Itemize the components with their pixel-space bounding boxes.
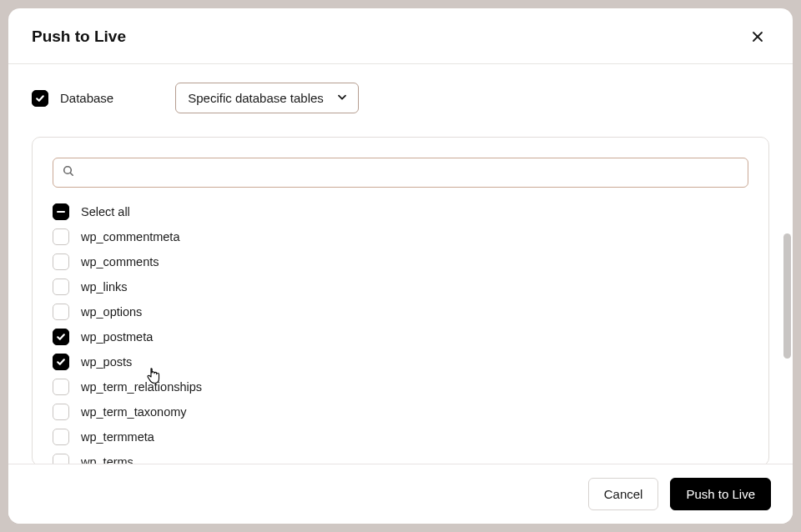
database-mode-value: Specific database tables	[188, 91, 324, 105]
table-name-label: wp_term_taxonomy	[81, 405, 187, 419]
table-checkbox[interactable]	[53, 404, 69, 420]
search-wrap	[53, 158, 748, 188]
table-checkbox[interactable]	[53, 454, 69, 464]
modal-title: Push to Live	[32, 28, 126, 46]
table-search-input[interactable]	[53, 158, 748, 188]
table-checkbox[interactable]	[53, 304, 69, 320]
scrollbar-thumb[interactable]	[783, 233, 791, 359]
table-row: wp_postmeta	[53, 324, 748, 349]
modal-footer: Cancel Push to Live	[8, 464, 793, 524]
table-row: wp_term_relationships	[53, 374, 748, 399]
check-icon	[56, 357, 66, 367]
table-row: wp_termmeta	[53, 424, 748, 449]
cancel-button[interactable]: Cancel	[588, 478, 659, 510]
table-row: wp_options	[53, 299, 748, 324]
table-row: wp_term_taxonomy	[53, 399, 748, 424]
database-mode-select[interactable]: Specific database tables	[175, 83, 359, 113]
table-checkbox[interactable]	[53, 279, 69, 295]
table-name-label: wp_terms	[81, 455, 134, 464]
database-label: Database	[60, 91, 113, 105]
tables-panel: Select all wp_commentmetawp_commentswp_l…	[32, 137, 769, 464]
check-icon	[35, 93, 45, 103]
modal-body: Database Specific database tables	[8, 64, 793, 464]
push-to-live-modal: Push to Live Database Specific database …	[8, 8, 793, 524]
table-checkbox[interactable]	[53, 354, 69, 370]
select-all-label: Select all	[81, 205, 130, 218]
table-name-label: wp_comments	[81, 255, 159, 269]
search-icon	[63, 165, 74, 180]
table-checkbox[interactable]	[53, 429, 69, 445]
chevron-down-icon	[336, 91, 348, 105]
table-checkbox[interactable]	[53, 253, 69, 270]
minus-icon	[57, 211, 65, 213]
table-name-label: wp_postmeta	[81, 330, 153, 344]
table-name-label: wp_termmeta	[81, 430, 154, 444]
table-row: wp_comments	[53, 249, 748, 274]
table-row: wp_commentmeta	[53, 224, 748, 249]
push-to-live-button[interactable]: Push to Live	[670, 478, 771, 510]
table-list: Select all wp_commentmetawp_commentswp_l…	[53, 199, 748, 464]
close-button[interactable]	[746, 25, 769, 48]
modal-header: Push to Live	[8, 8, 793, 64]
table-checkbox[interactable]	[53, 329, 69, 345]
table-name-label: wp_commentmeta	[81, 230, 179, 243]
table-row: wp_terms	[53, 449, 748, 464]
table-name-label: wp_options	[81, 305, 142, 319]
check-icon	[56, 332, 66, 342]
table-name-label: wp_links	[81, 280, 128, 294]
table-checkbox[interactable]	[53, 228, 69, 245]
table-row: wp_links	[53, 274, 748, 299]
table-name-label: wp_posts	[81, 355, 132, 369]
close-icon	[751, 30, 764, 43]
database-checkbox[interactable]	[32, 90, 48, 107]
select-all-row: Select all	[53, 199, 748, 224]
svg-line-3	[70, 173, 73, 175]
table-name-label: wp_term_relationships	[81, 380, 202, 394]
database-row: Database Specific database tables	[32, 83, 769, 113]
table-row: wp_posts	[53, 349, 748, 374]
table-checkbox[interactable]	[53, 379, 69, 395]
select-all-checkbox[interactable]	[53, 203, 69, 220]
